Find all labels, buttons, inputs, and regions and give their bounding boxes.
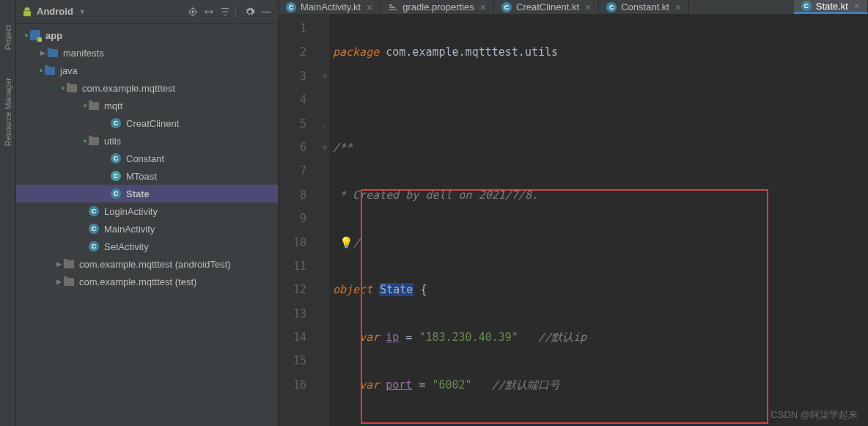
tab-gradle-properties[interactable]: gradle.properties× [380,0,494,14]
kotlin-class-icon: C [111,171,121,181]
close-icon[interactable]: × [367,1,372,13]
project-sidebar: Android ▼ — ●app ▶manifests ●java ●com.e… [16,0,279,426]
kotlin-file-icon: C [801,1,812,11]
tree-app[interactable]: ●app [16,26,278,44]
tree-file-mtoast[interactable]: CMToast [16,167,278,185]
line-number-gutter: 12345678910111213141516 [279,14,320,426]
close-icon[interactable]: × [675,1,681,13]
view-selector[interactable]: Android [37,6,73,17]
close-icon[interactable]: × [585,1,591,13]
kotlin-file-icon: C [286,2,296,12]
svg-point-3 [192,10,194,12]
watermark: CSDN @阿柒学起来 [770,408,858,422]
kotlin-file-icon: C [606,2,617,12]
kotlin-file-icon: C [501,2,512,12]
package-icon [89,137,99,145]
gear-icon[interactable] [244,6,256,18]
tree-file-state[interactable]: CState [16,185,278,202]
fold-gutter: ⊖⌞⊖ [320,14,330,426]
package-icon [67,84,77,92]
tree-pkg-androidtest[interactable]: ▶com.example.mqtttest (androidTest) [16,255,278,273]
close-icon[interactable]: × [480,1,486,13]
package-icon [64,278,74,286]
tab-state[interactable]: CState.kt× [794,0,868,14]
tree-pkg-utils[interactable]: ●utils [16,132,278,150]
hide-icon[interactable]: — [260,6,272,18]
tab-mainactivity[interactable]: CMainActivity.kt× [279,0,380,14]
kotlin-class-icon: C [89,224,99,234]
tree-manifests[interactable]: ▶manifests [16,44,278,62]
tree-file-main[interactable]: CMainActivity [16,220,278,238]
project-tool-tab[interactable]: Project [4,22,12,53]
tree-pkg-mqtt[interactable]: ●mqtt [16,97,278,114]
close-icon[interactable]: × [854,0,860,12]
resource-manager-tab[interactable]: Resource Manager [4,75,12,150]
tree-java[interactable]: ●java [16,62,278,79]
kotlin-class-icon: C [111,153,121,164]
module-icon [30,30,40,40]
svg-point-1 [28,9,29,10]
editor-area: CMainActivity.kt× gradle.properties× CCr… [279,0,868,426]
tab-creatclinent[interactable]: CCreatClinent.kt× [494,0,599,14]
editor-tabs: CMainActivity.kt× gradle.properties× CCr… [279,0,868,14]
code-editor[interactable]: 12345678910111213141516 ⊖⌞⊖ package com.… [279,14,868,426]
folder-icon [48,49,58,57]
tab-constant[interactable]: CConstant.kt× [599,0,689,14]
tree-file-set[interactable]: CSetActivity [16,238,278,255]
kotlin-class-icon: C [111,118,121,128]
tree-file-constant[interactable]: CConstant [16,150,278,167]
package-icon [64,260,74,268]
package-icon [89,102,99,110]
project-tree: ●app ▶manifests ●java ●com.example.mqttt… [16,23,278,426]
sidebar-header: Android ▼ — [16,0,278,23]
tree-pkg-test[interactable]: ▶com.example.mqtttest (test) [16,273,278,290]
svg-point-0 [26,9,26,10]
properties-file-icon [389,4,397,10]
intention-bulb-icon[interactable]: 💡 [339,236,353,249]
select-target-icon[interactable] [187,6,199,18]
folder-icon [45,67,55,75]
split-icon[interactable] [203,6,215,18]
tree-pkg-main[interactable]: ●com.example.mqtttest [16,79,278,97]
tree-file-login[interactable]: CLoginActivity [16,202,278,220]
tree-file-creatclinent[interactable]: CCreatClinent [16,114,278,132]
android-icon [22,7,32,17]
chevron-down-icon: ▼ [79,8,86,15]
code-content[interactable]: package com.example.mqtttest.utils /** *… [330,14,868,426]
tool-window-strip: Project Resource Manager [0,0,16,426]
kotlin-class-icon: C [89,206,99,216]
filter-icon[interactable] [219,6,231,18]
kotlin-class-icon: C [89,241,99,251]
kotlin-class-icon: C [111,188,121,199]
